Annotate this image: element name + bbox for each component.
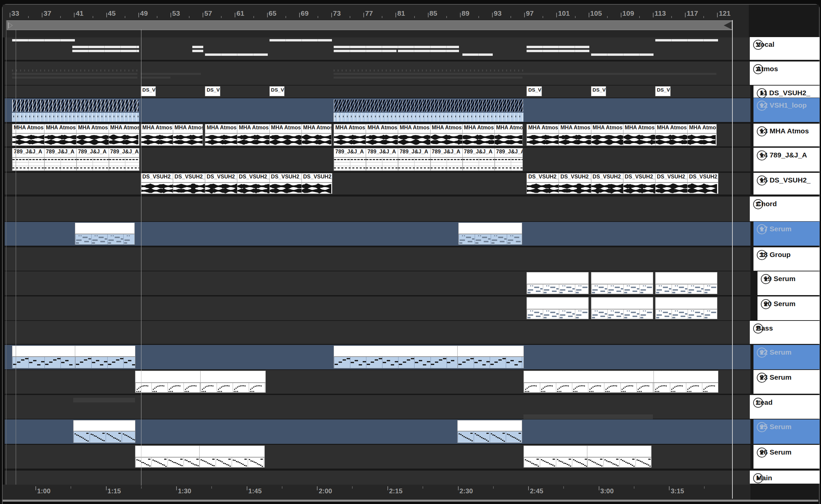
track-header-13-mha-atmos[interactable]: 13 MHA Atmos: [753, 124, 820, 146]
clip-audio[interactable]: DS_VSUH2_: [687, 173, 718, 194]
clip-audio[interactable]: DS_VSUH2_: [302, 173, 332, 194]
clip-audio-mini[interactable]: DS_VSUH2_: [655, 86, 671, 96]
clip-loop-hatched-top[interactable]: [334, 99, 523, 112]
clip-loop-hatched-top[interactable]: [12, 99, 139, 112]
vocal-mini-clip[interactable]: [591, 53, 654, 56]
clip-midi[interactable]: [655, 297, 717, 319]
bottom-scrollbar[interactable]: [3, 500, 818, 502]
lane-t12[interactable]: [5, 98, 750, 122]
clip-audio-mini[interactable]: DS_VSUH2_: [526, 86, 542, 96]
vocal-mini-clip[interactable]: [72, 46, 139, 48]
clip-audio[interactable]: MHA Atmos: [302, 124, 332, 146]
lane-t13[interactable]: MHA AtmosMHA AtmosMHA AtmosMHA AtmosMHA …: [5, 124, 750, 146]
clip-audio[interactable]: MHA Atmos: [44, 124, 77, 146]
lane-t15[interactable]: DS_VSUH2_DS_VSUH2_DS_VSUH2_DS_VSUH2_DS_V…: [5, 173, 750, 195]
clip-audio[interactable]: MHA Atmos: [141, 124, 173, 146]
clip-midi[interactable]: 789_J&J_A: [494, 148, 523, 171]
track-header-18-group[interactable]: 18 Group: [753, 247, 820, 271]
clip-audio[interactable]: MHA Atmos: [366, 124, 398, 146]
lane-atmos[interactable]: [5, 61, 750, 85]
bar-ruler[interactable]: 3337414549535761656973778185899397101105…: [0, 0, 821, 20]
clip-audio[interactable]: MHA Atmos: [623, 124, 656, 146]
clip-audio[interactable]: DS_VSUH2_: [591, 173, 623, 194]
clip-audio[interactable]: MHA Atmos: [687, 124, 717, 146]
clip-loop-light-bottom[interactable]: [334, 113, 523, 122]
clip-midi[interactable]: 789_J&J_A: [462, 148, 495, 171]
clip-audio[interactable]: DS_VSUH2_: [559, 173, 591, 194]
clip-audio[interactable]: MHA Atmos: [334, 124, 366, 146]
time-ruler[interactable]: 1:001:151:301:452:002:152:302:453:003:15: [0, 485, 750, 499]
lane-t20[interactable]: [5, 296, 750, 320]
clip-audio[interactable]: MHA Atmos: [398, 124, 430, 146]
clip-midi[interactable]: [523, 371, 654, 393]
track-header-14-789-j-j-a[interactable]: 14 789_J&J_A: [753, 148, 820, 171]
clip-midi[interactable]: 789_J&J_A: [12, 148, 44, 171]
clip-audio[interactable]: MHA Atmos: [109, 124, 139, 146]
clip-audio[interactable]: MHA Atmos: [205, 124, 237, 146]
track-header-20-serum[interactable]: 20 Serum: [757, 296, 820, 320]
clip-midi[interactable]: 789_J&J_A: [334, 148, 366, 171]
track-header-11-ds-vsuh2-[interactable]: 11 DS_VSUH2_: [753, 86, 820, 98]
lane-t17[interactable]: [5, 222, 750, 246]
clip-audio[interactable]: DS_VSUH2_: [269, 173, 302, 194]
track-header-23-serum[interactable]: 23 Serum: [753, 370, 820, 394]
track-header-26-serum[interactable]: 26 Serum: [753, 445, 820, 469]
clip-midi[interactable]: [526, 272, 589, 294]
clip-audio[interactable]: MHA Atmos: [591, 124, 623, 146]
track-header-15-ds-vsuh2-[interactable]: 15 DS_VSUH2_: [753, 173, 820, 195]
clip-audio[interactable]: DS_VSUH2_: [237, 173, 269, 194]
clip-audio-mini[interactable]: DS_VSUH2_: [141, 86, 156, 96]
clip-loop-light-bottom[interactable]: [12, 113, 139, 122]
clip-audio[interactable]: MHA Atmos: [237, 124, 269, 146]
lane-t22[interactable]: [5, 345, 750, 369]
clip-midi[interactable]: [458, 223, 522, 245]
clip-audio[interactable]: MHA Atmos: [430, 124, 463, 146]
clip-midi[interactable]: 789_J&J_A: [430, 148, 463, 171]
clip-midi[interactable]: [75, 223, 135, 245]
vocal-mini-clip[interactable]: [205, 53, 268, 56]
clip-midi[interactable]: [73, 420, 135, 443]
vocal-mini-clip[interactable]: [192, 46, 204, 48]
clip-midi[interactable]: [591, 272, 653, 294]
clip-midi[interactable]: 789_J&J_A: [44, 148, 77, 171]
vocal-mini-clip[interactable]: [72, 50, 139, 52]
vocal-mini-clip[interactable]: [192, 50, 204, 52]
track-header-19-serum[interactable]: 19 Serum: [757, 271, 820, 295]
clip-midi[interactable]: [457, 420, 522, 443]
clip-midi[interactable]: [135, 446, 200, 468]
lane-main[interactable]: [5, 471, 750, 485]
clip-audio[interactable]: DS_VSUH2_: [205, 173, 237, 194]
clip-midi[interactable]: 789_J&J_A: [366, 148, 398, 171]
lane-t23[interactable]: [5, 370, 750, 394]
clip-midi[interactable]: [12, 346, 75, 368]
clip-audio[interactable]: DS_VSUH2_: [173, 173, 205, 194]
lane-lead[interactable]: [5, 395, 750, 419]
clip-audio[interactable]: MHA Atmos: [269, 124, 302, 146]
clip-audio[interactable]: MHA Atmos: [559, 124, 591, 146]
vocal-mini-clip[interactable]: [12, 39, 75, 41]
vocal-mini-clip[interactable]: [334, 50, 396, 52]
clip-midi[interactable]: [654, 371, 718, 393]
clip-midi[interactable]: 789_J&J_A: [109, 148, 139, 171]
clip-midi[interactable]: [526, 297, 589, 319]
vocal-mini-clip[interactable]: [334, 46, 459, 48]
clip-midi[interactable]: [334, 346, 458, 368]
clip-midi[interactable]: [591, 297, 653, 319]
clip-midi[interactable]: 789_J&J_A: [398, 148, 430, 171]
vocal-mini-clip[interactable]: [655, 39, 718, 41]
track-header-chord[interactable]: Chord: [750, 197, 820, 221]
clip-midi[interactable]: [523, 446, 587, 468]
track-header-atmos[interactable]: Atmos: [750, 61, 820, 85]
track-header-12-vsh1-loop[interactable]: 12 VSH1_loop: [753, 98, 820, 122]
clip-audio[interactable]: MHA Atmos: [526, 124, 559, 146]
lane-chord[interactable]: [5, 197, 750, 221]
clip-audio[interactable]: MHA Atmos: [76, 124, 109, 146]
clip-audio[interactable]: MHA Atmos: [494, 124, 523, 146]
clip-audio[interactable]: MHA Atmos: [12, 124, 44, 146]
clip-midi[interactable]: 789_J&J_A: [76, 148, 109, 171]
lane-t19[interactable]: [5, 271, 750, 295]
lane-g18[interactable]: [5, 247, 750, 271]
lane-t26[interactable]: [5, 445, 750, 469]
vocal-mini-clip[interactable]: [526, 50, 589, 52]
clip-audio[interactable]: DS_VSUH2_: [623, 173, 656, 194]
